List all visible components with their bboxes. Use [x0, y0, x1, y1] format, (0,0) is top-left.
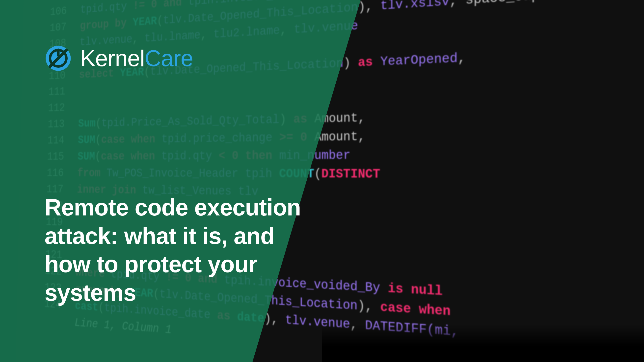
monitor-bezel — [322, 325, 644, 362]
logo-text: KernelCare — [80, 45, 193, 71]
hero-banner: 106 tpid.qty != 0 and tpih.invoice_voide… — [0, 0, 644, 362]
power-prohibit-icon — [44, 45, 72, 72]
kernelcare-logo: KernelCare — [44, 45, 193, 72]
logo-text-kernel: Kernel — [80, 46, 145, 71]
logo-text-care: Care — [145, 46, 193, 71]
headline: Remote code execution attack: what it is… — [44, 193, 305, 307]
